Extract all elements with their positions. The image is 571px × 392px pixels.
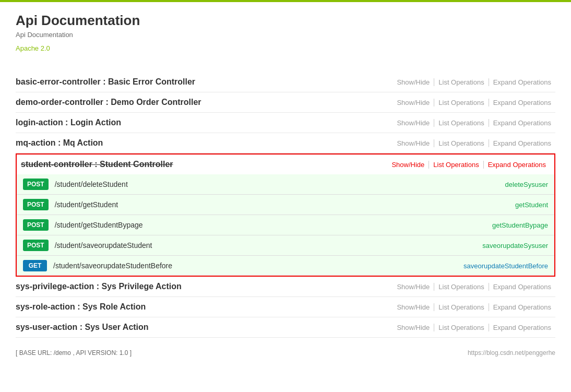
controller-row-login-action: login-action : Login Action Show/Hide Li… — [16, 113, 555, 133]
controller-actions-sys-user: Show/Hide List Operations Expand Operati… — [392, 324, 555, 331]
student-controller-header-row: student-controller : Student Controller … — [17, 155, 554, 174]
expand-ops-mq-action[interactable]: Expand Operations — [489, 139, 555, 147]
controller-row-demo-order: demo-order-controller : Demo Order Contr… — [16, 92, 555, 113]
controller-row-sys-user: sys-user-action : Sys User Action Show/H… — [16, 317, 555, 338]
list-ops-basic-error[interactable]: List Operations — [434, 78, 488, 86]
operation-path-4: /student/saveorupdateStudent — [55, 241, 483, 250]
expand-ops-basic-error[interactable]: Expand Operations — [489, 78, 555, 86]
show-hide-login-action[interactable]: Show/Hide — [392, 119, 434, 127]
controller-name-demo-order: demo-order-controller : Demo Order Contr… — [16, 98, 201, 107]
controller-name-mq-action: mq-action : Mq Action — [16, 138, 103, 148]
operation-id-1: deleteSysuser — [505, 181, 548, 188]
apache-license-link[interactable]: Apache 2.0 — [16, 44, 50, 52]
list-ops-mq-action[interactable]: List Operations — [434, 139, 488, 147]
show-hide-sys-role[interactable]: Show/Hide — [392, 303, 434, 311]
page-title: Api Documentation — [16, 13, 555, 29]
list-ops-demo-order[interactable]: List Operations — [434, 99, 488, 106]
method-badge-post-2: POST — [23, 199, 49, 210]
operation-row-deleteStudent: POST /student/deleteStudent deleteSysuse… — [17, 174, 554, 195]
page-subtitle: Api Documentation — [16, 31, 555, 39]
controller-row-sys-role: sys-role-action : Sys Role Action Show/H… — [16, 297, 555, 317]
method-badge-post-4: POST — [23, 240, 49, 251]
controllers-section: basic-error-controller : Basic Error Con… — [16, 72, 555, 338]
list-ops-student[interactable]: List Operations — [429, 161, 483, 169]
controller-row-mq-action: mq-action : Mq Action Show/Hide List Ope… — [16, 133, 555, 153]
controller-row-basic-error: basic-error-controller : Basic Error Con… — [16, 72, 555, 92]
operation-path-3: /student/getStudentBypage — [55, 221, 492, 229]
controller-actions-sys-privilege: Show/Hide List Operations Expand Operati… — [392, 283, 555, 291]
show-hide-student[interactable]: Show/Hide — [387, 161, 429, 169]
footer-bar: [ BASE URL: /demo , API VERSION: 1.0 ] h… — [16, 342, 555, 359]
controller-name-sys-privilege: sys-privilege-action : Sys Privilege Act… — [16, 282, 182, 291]
method-badge-post-1: POST — [23, 179, 49, 190]
footer-base-url: [ BASE URL: /demo , API VERSION: 1.0 ] — [16, 349, 132, 357]
main-container: Api Documentation Api Documentation Apac… — [0, 2, 571, 369]
operation-path-2: /student/getStudent — [55, 200, 515, 209]
controller-name-basic-error: basic-error-controller : Basic Error Con… — [16, 77, 195, 87]
controller-actions-demo-order: Show/Hide List Operations Expand Operati… — [392, 99, 555, 106]
operation-path-5: /student/saveorupdateStudentBefore — [53, 262, 463, 270]
show-hide-basic-error[interactable]: Show/Hide — [392, 78, 434, 86]
operation-path-1: /student/deleteStudent — [55, 180, 505, 188]
student-controller-expanded: student-controller : Student Controller … — [16, 153, 555, 277]
operation-id-2: getStudent — [515, 201, 548, 209]
method-badge-post-3: POST — [23, 219, 49, 231]
controller-actions-student: Show/Hide List Operations Expand Operati… — [387, 161, 550, 169]
operation-id-4: saveorupdateSysuser — [482, 242, 548, 250]
list-ops-login-action[interactable]: List Operations — [434, 119, 488, 127]
show-hide-sys-privilege[interactable]: Show/Hide — [392, 283, 434, 291]
operations-list: POST /student/deleteStudent deleteSysuse… — [17, 174, 554, 276]
controller-name-sys-user: sys-user-action : Sys User Action — [16, 323, 149, 332]
controller-actions-login-action: Show/Hide List Operations Expand Operati… — [392, 119, 555, 127]
operation-row-getStudent: POST /student/getStudent getStudent — [17, 195, 554, 215]
operation-row-getStudentBypage: POST /student/getStudentBypage getStuden… — [17, 215, 554, 235]
expand-ops-login-action[interactable]: Expand Operations — [489, 119, 555, 127]
show-hide-demo-order[interactable]: Show/Hide — [392, 99, 434, 106]
operation-id-5: saveorupdateStudentBefore — [463, 262, 548, 270]
expand-ops-sys-role[interactable]: Expand Operations — [489, 303, 555, 311]
list-ops-sys-role[interactable]: List Operations — [434, 303, 488, 311]
controller-name-student: student-controller : Student Controller — [21, 160, 173, 169]
method-badge-get-1: GET — [23, 260, 47, 271]
operation-row-saveorupdateStudent: POST /student/saveorupdateStudent saveor… — [17, 235, 554, 256]
expand-ops-demo-order[interactable]: Expand Operations — [489, 99, 555, 106]
expand-ops-sys-privilege[interactable]: Expand Operations — [489, 283, 555, 291]
footer-site-link: https://blog.csdn.net/penggerhe — [468, 349, 555, 357]
controller-name-login-action: login-action : Login Action — [16, 118, 121, 127]
controller-actions-basic-error: Show/Hide List Operations Expand Operati… — [392, 78, 555, 86]
list-ops-sys-privilege[interactable]: List Operations — [434, 283, 488, 291]
expand-ops-sys-user[interactable]: Expand Operations — [489, 324, 555, 331]
operation-id-3: getStudentBypage — [492, 221, 548, 229]
operation-row-saveorupdateStudentBefore: GET /student/saveorupdateStudentBefore s… — [17, 256, 554, 276]
controller-actions-mq-action: Show/Hide List Operations Expand Operati… — [392, 139, 555, 147]
show-hide-mq-action[interactable]: Show/Hide — [392, 139, 434, 147]
show-hide-sys-user[interactable]: Show/Hide — [392, 324, 434, 331]
controller-name-sys-role: sys-role-action : Sys Role Action — [16, 302, 146, 312]
list-ops-sys-user[interactable]: List Operations — [434, 324, 488, 331]
expand-ops-student[interactable]: Expand Operations — [483, 161, 550, 169]
controller-row-sys-privilege: sys-privilege-action : Sys Privilege Act… — [16, 277, 555, 297]
controller-actions-sys-role: Show/Hide List Operations Expand Operati… — [392, 303, 555, 311]
